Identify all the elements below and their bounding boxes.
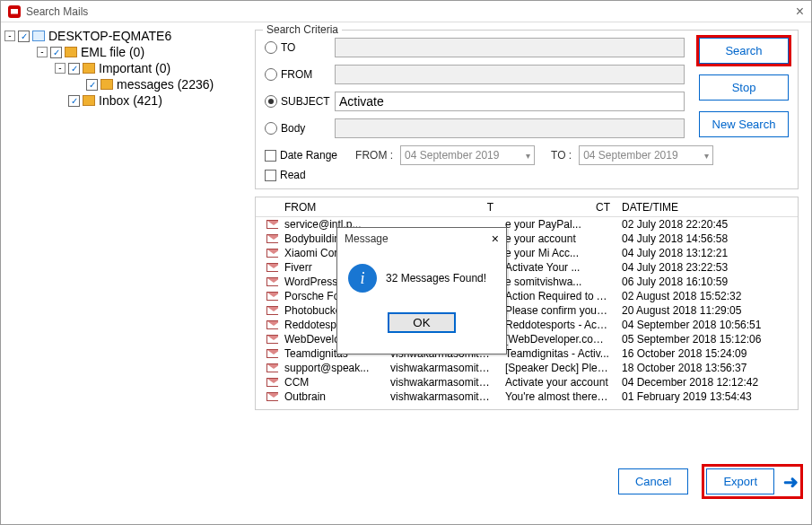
folder-tree: - ✓ DESKTOP-EQMATE6 -✓EML file (0)-✓Impo…	[1, 22, 248, 503]
toggle-icon[interactable]: -	[55, 63, 65, 74]
close-icon[interactable]: ×	[796, 4, 804, 20]
mail-icon	[266, 292, 279, 301]
read-checkbox[interactable]	[265, 170, 276, 181]
mail-icon	[266, 335, 279, 344]
tree-root[interactable]: - ✓ DESKTOP-EQMATE6	[4, 28, 244, 44]
tree-item[interactable]: ✓messages (2236)	[4, 76, 244, 92]
checkbox[interactable]: ✓	[68, 63, 80, 74]
folder-icon	[65, 47, 77, 57]
message-dialog: Message × i 32 Messages Found! OK	[336, 227, 507, 354]
radio-to[interactable]	[265, 41, 277, 54]
mail-icon	[266, 249, 279, 258]
checkbox[interactable]: ✓	[18, 31, 30, 42]
folder-icon	[100, 79, 113, 90]
cancel-button[interactable]: Cancel	[618, 468, 688, 494]
tree-item[interactable]: ✓Inbox (421)	[4, 92, 244, 109]
mail-icon	[266, 234, 279, 243]
radio-body[interactable]	[265, 122, 277, 135]
table-row[interactable]: support@speak... vishwakarmasomit205... …	[256, 361, 798, 375]
from-input[interactable]	[335, 65, 685, 84]
mail-icon	[266, 320, 279, 329]
search-criteria-panel: Search Criteria TO FROM SUBJ	[255, 30, 799, 189]
mail-icon	[266, 306, 279, 315]
mail-icon	[266, 220, 279, 229]
export-arrow-icon: ➜	[783, 471, 799, 493]
app-icon	[8, 5, 21, 18]
export-button[interactable]: Export	[706, 468, 774, 494]
date-to-input[interactable]: 04 September 2019 ▾	[579, 145, 713, 165]
table-header: FROM T CT DATE/TIME	[256, 197, 798, 217]
mail-icon	[266, 378, 279, 387]
date-range-checkbox[interactable]	[265, 150, 276, 162]
ok-button[interactable]: OK	[388, 312, 455, 333]
search-button[interactable]: Search	[699, 38, 789, 64]
mail-icon	[266, 392, 279, 401]
mail-icon	[266, 363, 279, 372]
mail-icon	[266, 277, 279, 286]
table-row[interactable]: CCM vishwakarmasomit205... Activate your…	[256, 375, 798, 389]
mail-icon	[266, 349, 279, 358]
date-from-input[interactable]: 04 September 2019 ▾	[400, 145, 535, 165]
tree-item[interactable]: -✓Important (0)	[4, 60, 244, 76]
info-icon: i	[348, 264, 377, 293]
subject-input[interactable]	[335, 92, 685, 111]
title-bar: Search Mails ×	[1, 1, 811, 22]
dialog-message: 32 Messages Found!	[386, 272, 486, 284]
window-title: Search Mails	[26, 5, 88, 18]
close-icon[interactable]: ×	[492, 232, 499, 246]
dropdown-icon[interactable]: ▾	[526, 151, 530, 161]
radio-subject[interactable]	[265, 95, 277, 108]
checkbox[interactable]: ✓	[86, 79, 98, 91]
body-input[interactable]	[335, 118, 685, 138]
checkbox[interactable]: ✓	[50, 47, 62, 58]
mail-icon	[266, 263, 279, 272]
tree-item[interactable]: -✓EML file (0)	[4, 44, 244, 60]
table-row[interactable]: Outbrain vishwakarmasomit205... You're a…	[256, 389, 798, 404]
dropdown-icon[interactable]: ▾	[704, 151, 709, 161]
new-search-button[interactable]: New Search	[699, 111, 789, 137]
dialog-title: Message	[345, 232, 389, 245]
folder-icon	[83, 63, 95, 74]
radio-from[interactable]	[265, 68, 277, 81]
folder-icon	[83, 95, 95, 106]
toggle-icon[interactable]: -	[4, 31, 15, 41]
computer-icon	[32, 31, 45, 41]
stop-button[interactable]: Stop	[699, 74, 789, 101]
checkbox[interactable]: ✓	[68, 95, 80, 107]
toggle-icon[interactable]: -	[37, 47, 48, 57]
to-input[interactable]	[335, 38, 685, 57]
